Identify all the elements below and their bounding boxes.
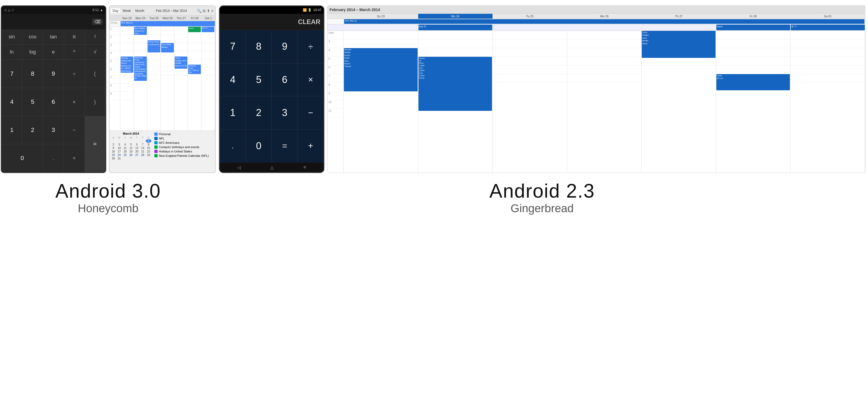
android23-sat[interactable]: Sa 01	[790, 14, 865, 19]
log-button[interactable]: log	[23, 44, 43, 60]
btn-close-paren[interactable]: )	[85, 88, 105, 116]
event-leave[interactable]: leave	[188, 27, 201, 32]
android23-event-leave[interactable]: leave	[716, 25, 790, 30]
btn-8[interactable]: 8	[22, 60, 43, 88]
btn-4[interactable]: 4	[2, 88, 23, 116]
cal-day-mon[interactable]: Mon 24	[134, 16, 147, 21]
backspace-button[interactable]: ⌫	[92, 19, 103, 25]
event-mozilla[interactable]: Mozilla Media Arts, Room Marina 19-21, 0…	[121, 57, 133, 73]
event-samsung-press[interactable]: Samsung Press Conference (Starts at 8), …	[134, 57, 147, 81]
back-icon[interactable]: ◁	[4, 8, 6, 12]
gb-btn-7[interactable]: 7	[220, 30, 246, 63]
btn-multiply[interactable]: ×	[64, 88, 85, 116]
btn-5[interactable]: 5	[22, 88, 43, 116]
pi-button[interactable]: π	[64, 29, 85, 44]
gb-btn-9[interactable]: 9	[272, 30, 298, 63]
btn-7[interactable]: 7	[2, 60, 23, 88]
btn-divide[interactable]: ÷	[64, 60, 85, 88]
event-buy-digital[interactable]: Buy Digital Version of This	[134, 27, 147, 35]
gb-btn-multiply[interactable]: ×	[298, 63, 323, 96]
btn-equals[interactable]: =	[85, 116, 105, 172]
btn-2[interactable]: 2	[22, 116, 43, 144]
gb-btn-0[interactable]: 0	[246, 129, 272, 163]
gb-btn-8[interactable]: 8	[246, 30, 272, 63]
gb-menu-icon[interactable]: ≡	[304, 165, 306, 170]
event-sony-happy[interactable]: Sony Happy Hour Media Mixer FCPS	[175, 57, 187, 69]
allday-label: All day	[110, 21, 120, 27]
e-button[interactable]: e	[43, 44, 64, 60]
android23-event-sony-happy[interactable]: SonyHappyHourMediaMixer	[642, 31, 716, 58]
gb-btn-dot[interactable]: .	[220, 129, 246, 163]
android23-event-mozilla[interactable]: MozillaMediaEvent,HotelArts,Room"Gaudi	[344, 48, 417, 91]
android23-event-samsung[interactable]: SamsungPressConference(Startsat 8),Centr…	[418, 57, 492, 111]
sin-button[interactable]: sin	[2, 29, 23, 44]
cal-day-fri[interactable]: Fri 28	[188, 16, 202, 21]
gb-btn-6[interactable]: 6	[272, 63, 298, 96]
cal-tab-week[interactable]: Week	[121, 8, 132, 13]
android23-allday-event[interactable]: PAY BILLS	[344, 19, 865, 24]
ln-button[interactable]: ln	[2, 44, 23, 60]
event-one-sony[interactable]: One Sony Media	[161, 43, 174, 53]
android23-cal-header: February 2014 – March 2014	[328, 6, 865, 14]
cal-body: 1 2 3 4 5 6 7 8 9 Mozilla Media Arts, Ro…	[110, 27, 215, 131]
gb-btn-divide[interactable]: ÷	[298, 30, 323, 63]
gb-back-icon[interactable]: ◁	[237, 165, 241, 170]
android23-sun[interactable]: Su 23	[344, 14, 418, 19]
btn-plus[interactable]: +	[64, 144, 85, 172]
tan-button[interactable]: tan	[43, 29, 64, 44]
cal-col-tue: Sony Press Conference,	[147, 27, 161, 131]
android23-mon[interactable]: Mo 24	[418, 14, 493, 19]
gb-btn-equals[interactable]: =	[272, 129, 298, 163]
event-delta[interactable]: Delta Air Lines 477.76W to JFK	[188, 65, 201, 74]
recents-icon[interactable]: □	[12, 8, 14, 12]
btn-minus[interactable]: −	[64, 116, 85, 144]
cal-day-thu[interactable]: Thu 27	[174, 16, 188, 21]
android23-thu[interactable]: Th 27	[642, 14, 716, 19]
gb-btn-5[interactable]: 5	[246, 63, 272, 96]
cal-week-header: Sun 23 Mon 24 Tue 25 Wed 26 Thu 27 Fri 2…	[110, 16, 215, 21]
gb-btn-plus[interactable]: +	[298, 129, 323, 163]
android23-tue[interactable]: Tu 25	[493, 14, 567, 19]
search-icon[interactable]: 🔍	[197, 9, 202, 13]
android23-fri[interactable]: Fr 28	[716, 14, 791, 19]
gb-btn-1[interactable]: 1	[220, 96, 246, 129]
gb-clear-button[interactable]: CLEAR	[298, 18, 320, 26]
menu-icon[interactable]: ≡	[211, 9, 213, 13]
power-button[interactable]: ^	[64, 44, 85, 60]
cal-tab-month[interactable]: Month	[133, 8, 146, 13]
cal-day-sat[interactable]: Sat 1	[202, 16, 215, 21]
allday-event-paybills[interactable]: PAY BILLS	[121, 21, 215, 26]
grid-icon[interactable]: ⊞	[203, 9, 206, 13]
gb-home-icon[interactable]: △	[270, 165, 274, 170]
calc-number-grid: 7 8 9 ÷ ( 4 5 6 × ) 1 2 3 − = 0 . +	[2, 60, 105, 172]
btn-1[interactable]: 1	[2, 116, 23, 144]
btn-dot[interactable]: .	[43, 144, 64, 172]
sqrt-button[interactable]: √	[85, 44, 105, 60]
cal-day-wed[interactable]: Wed 26	[161, 16, 174, 21]
factorial-button[interactable]: !	[85, 29, 105, 44]
android23-wed[interactable]: We 26	[567, 14, 642, 19]
btn-9[interactable]: 9	[43, 60, 64, 88]
btn-6[interactable]: 6	[43, 88, 64, 116]
cal-tab-day[interactable]: Day	[111, 8, 120, 13]
gb-btn-4[interactable]: 4	[220, 63, 246, 96]
gb-btn-3[interactable]: 3	[272, 96, 298, 129]
btn-0[interactable]: 0	[2, 144, 43, 172]
btn-open-paren[interactable]: (	[85, 60, 105, 88]
legend-dot-patriots	[154, 154, 158, 157]
event-sat-unknown[interactable]: ⊞ *7u	[202, 27, 214, 32]
android23-event-buydi[interactable]: Buy Di	[418, 25, 493, 30]
event-sony-press[interactable]: Sony Press Conference,	[148, 40, 160, 53]
home-icon[interactable]: △	[8, 8, 10, 12]
allday-header-cell	[110, 16, 120, 21]
gb-btn-2[interactable]: 2	[246, 96, 272, 129]
android23-event-delta[interactable]: DeltaAir Lin	[716, 74, 790, 90]
cos-button[interactable]: cos	[23, 29, 43, 44]
btn-3[interactable]: 3	[43, 116, 64, 144]
share-icon[interactable]: ⬆	[207, 9, 210, 13]
calc-sci-row1: sin cos tan π !	[2, 29, 105, 44]
android23-event-sat-unknown[interactable]: ⊞.*7.	[791, 25, 865, 30]
gb-btn-minus[interactable]: −	[298, 96, 323, 129]
cal-day-tue[interactable]: Tue 25	[147, 16, 161, 21]
cal-day-sun[interactable]: Sun 23	[120, 16, 134, 21]
